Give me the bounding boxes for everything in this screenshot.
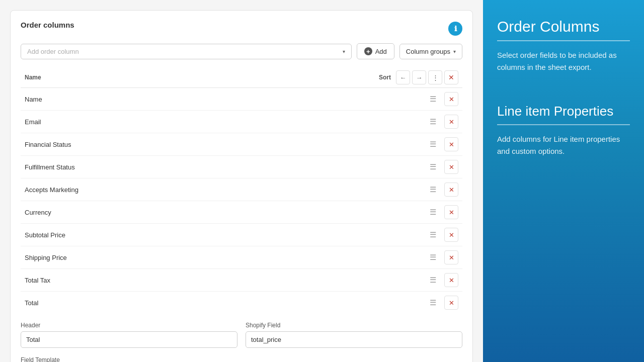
add-column-dropdown[interactable]: Add order column ▾	[21, 44, 352, 59]
column-sort-cell: ☰ ✕	[375, 201, 462, 224]
toolbar: Add order column ▾ + Add Column groups ▾	[21, 43, 462, 59]
row-delete-button[interactable]: ✕	[444, 92, 458, 106]
add-column-placeholder: Add order column	[27, 48, 79, 55]
column-sort-cell: ☰ ✕	[375, 269, 462, 292]
row-delete-button[interactable]: ✕	[444, 115, 458, 129]
main-panel: Order columns ℹ Add order column ▾ + Add…	[0, 0, 483, 362]
right-panel-title: Order Columns	[497, 18, 630, 35]
column-sort-cell: ☰ ✕	[375, 292, 462, 314]
column-name-cell: Total	[21, 292, 375, 314]
row-delete-button[interactable]: ✕	[444, 273, 458, 287]
row-delete-button[interactable]: ✕	[444, 296, 458, 310]
column-name-cell: Fulfillment Status	[21, 156, 375, 178]
column-name-cell: Total Tax	[21, 269, 375, 292]
row-delete-button[interactable]: ✕	[444, 250, 458, 264]
drag-handle-icon: ☰	[430, 208, 436, 217]
header-group: Header	[21, 322, 237, 348]
field-template-group: Field Template	[21, 355, 462, 362]
info-button[interactable]: ℹ	[448, 22, 462, 36]
drag-handle-icon: ☰	[430, 185, 436, 194]
right-panel-section2-description: Add columns for Line item properties and…	[497, 133, 630, 157]
sort-label: Sort	[379, 74, 391, 81]
shopify-field-label: Shopify Field	[246, 322, 462, 329]
columns-table: Name Sort ← → ⋮ ✕ Name	[21, 67, 462, 314]
drag-handle-icon: ☰	[430, 298, 436, 307]
table-row: Name ☰ ✕	[21, 88, 462, 111]
plus-circle-icon: +	[364, 47, 372, 55]
table-row: Accepts Marketing ☰ ✕	[21, 178, 462, 201]
column-name-cell: Email	[21, 111, 375, 133]
card-title: Order columns	[21, 21, 74, 29]
shopify-field-input[interactable]	[246, 331, 462, 348]
column-name-cell: Currency	[21, 201, 375, 224]
column-sort-cell: ☰ ✕	[375, 156, 462, 178]
drag-handle-icon: ☰	[430, 253, 436, 262]
table-row: Currency ☰ ✕	[21, 201, 462, 224]
table-row: Email ☰ ✕	[21, 111, 462, 133]
table-row: Shipping Price ☰ ✕	[21, 246, 462, 269]
name-column-header: Name	[21, 67, 375, 88]
right-panel-section2: Line item Properties Add columns for Lin…	[497, 104, 630, 157]
column-sort-cell: ☰ ✕	[375, 88, 462, 111]
add-button[interactable]: + Add	[357, 43, 394, 59]
header-label: Header	[21, 322, 237, 329]
header-input[interactable]	[21, 331, 237, 348]
column-sort-cell: ☰ ✕	[375, 246, 462, 269]
row-delete-button[interactable]: ✕	[444, 137, 458, 151]
row-delete-button[interactable]: ✕	[444, 183, 458, 197]
column-name-cell: Accepts Marketing	[21, 178, 375, 201]
delete-all-button[interactable]: ✕	[444, 70, 458, 84]
table-row: Financial Status ☰ ✕	[21, 133, 462, 156]
drag-handle-icon: ☰	[430, 95, 436, 104]
sort-dots-button[interactable]: ⋮	[428, 70, 442, 84]
table-row: Total Tax ☰ ✕	[21, 269, 462, 292]
column-sort-cell: ☰ ✕	[375, 111, 462, 133]
drag-handle-icon: ☰	[430, 140, 436, 149]
column-name-cell: Subtotal Price	[21, 224, 375, 246]
right-panel-divider-1	[497, 40, 630, 41]
sort-controls: Sort ← → ⋮ ✕	[379, 70, 458, 84]
column-groups-label: Column groups	[406, 48, 450, 55]
row-delete-button[interactable]: ✕	[444, 228, 458, 242]
order-columns-card: Order columns ℹ Add order column ▾ + Add…	[10, 10, 473, 362]
drag-handle-icon: ☰	[430, 276, 436, 285]
column-name-cell: Name	[21, 88, 375, 111]
table-row: Subtotal Price ☰ ✕	[21, 224, 462, 246]
sort-column-header: Sort ← → ⋮ ✕	[375, 67, 462, 88]
right-panel: Order Columns Select order fields to be …	[483, 0, 644, 362]
table-row: Total ☰ ✕	[21, 292, 462, 314]
sort-back-button[interactable]: ←	[396, 70, 410, 84]
drag-handle-icon: ☰	[430, 230, 436, 239]
right-panel-section2-title: Line item Properties	[497, 104, 630, 119]
column-sort-cell: ☰ ✕	[375, 224, 462, 246]
chevron-down-icon-2: ▾	[453, 49, 456, 54]
column-sort-cell: ☰ ✕	[375, 133, 462, 156]
field-template-label: Field Template	[21, 356, 60, 362]
drag-handle-icon: ☰	[430, 162, 436, 171]
header-shopify-row: Header Shopify Field	[21, 322, 462, 348]
add-button-label: Add	[375, 48, 387, 55]
column-sort-cell: ☰ ✕	[375, 178, 462, 201]
drag-handle-icon: ☰	[430, 117, 436, 126]
row-delete-button[interactable]: ✕	[444, 205, 458, 219]
column-groups-button[interactable]: Column groups ▾	[399, 44, 462, 59]
row-delete-button[interactable]: ✕	[444, 160, 458, 174]
column-name-cell: Shipping Price	[21, 246, 375, 269]
right-panel-description: Select order fields to be included as co…	[497, 49, 630, 73]
bottom-form: Header Shopify Field Field Template Form…	[21, 322, 462, 362]
column-name-cell: Financial Status	[21, 133, 375, 156]
shopify-field-group: Shopify Field	[246, 322, 462, 348]
table-row: Fulfillment Status ☰ ✕	[21, 156, 462, 178]
right-panel-divider-2	[497, 124, 630, 125]
sort-forward-button[interactable]: →	[412, 70, 426, 84]
chevron-down-icon: ▾	[343, 49, 345, 54]
